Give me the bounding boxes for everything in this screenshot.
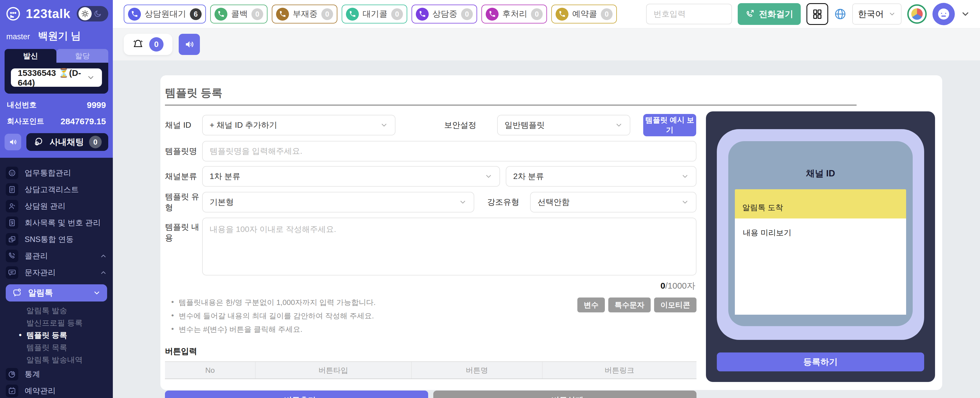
sidebar-item-sns-integration[interactable]: SNS통합 연동 [6,231,107,248]
notification-button[interactable]: 0 [124,34,172,55]
smiley-icon [6,167,18,179]
internal-chat-button[interactable]: 사내채팅 0 [26,133,108,151]
emphasis-type-select[interactable]: 선택안함 [530,192,697,212]
sidebar-item-agent-management[interactable]: 상담원 관리 [6,198,107,215]
phone-number-input[interactable] [646,4,732,24]
template-type-select[interactable]: 기본형 [202,192,474,212]
sidebar-item-statistics[interactable]: 통계 [6,366,107,382]
category2-select[interactable]: 2차 분류 [506,166,697,187]
status-pill-in-consult[interactable]: 상담중 0 [412,5,477,24]
moon-icon[interactable] [93,10,102,18]
calendar-icon [6,385,18,397]
sidebar-item-label: 콜관리 [25,251,48,261]
status-pill-agent-waiting[interactable]: 상담원대기 6 [124,5,206,24]
tab-assignment[interactable]: 할당 [56,49,108,63]
security-label: 보안설정 [444,120,486,131]
line-panel: 15336543 ⏳(D-644) [5,63,108,94]
preview-channel-title: 채널 ID [806,167,835,180]
phone-icon [6,250,18,262]
language-select[interactable]: 한국어 [852,3,902,25]
status-pill-callback[interactable]: 콜백 0 [210,5,267,24]
sidebar: 123talk master 백원기 님 발신 할당 [0,0,113,398]
chevron-up-icon [100,252,107,260]
sidebar-top: 123talk master 백원기 님 발신 할당 [0,0,113,158]
logo-mascot-icon [5,5,22,22]
status-count-badge: 0 [391,8,403,20]
status-pill-after-work[interactable]: 후처리 0 [481,5,547,24]
broadcast-sound-button[interactable] [179,34,200,55]
sidebar-item-label: 문자관리 [25,267,56,278]
chat-count-badge: 0 [89,136,102,148]
template-content-textarea[interactable] [202,218,697,275]
submenu-template-list[interactable]: 템플릿 목록 [26,341,107,353]
phone-icon [486,8,499,21]
sidebar-sound-button[interactable] [5,134,21,150]
sidebar-item-alimtalk[interactable]: 알림톡 [6,284,107,301]
status-pill-label: 대기콜 [363,8,388,20]
column-header-button-link: 버튼링크 [542,362,697,379]
channel-id-label: 채널 ID [165,120,202,131]
status-pill-waiting-call[interactable]: 대기콜 0 [342,5,407,24]
submenu-alimtalk-history[interactable]: 알림톡 발송내역 [26,353,107,366]
template-example-button[interactable]: 템플릿 예시 보기 [643,114,696,136]
template-notes: 템플릿내용은 한/영 구분없이 1,000자까지 입력 가능합니다. 변수에 들… [171,296,376,336]
template-name-label: 템플릿명 [165,146,202,157]
status-pill-label: 상담중 [433,8,457,20]
call-button[interactable]: 전화걸기 [738,3,801,25]
security-select[interactable]: 일반템플릿 [497,115,630,135]
phone-icon [215,8,228,21]
register-submit-button[interactable]: 등록하기 [717,352,924,371]
sun-icon[interactable] [78,7,92,20]
chevron-down-icon[interactable] [961,9,970,19]
button-input-table: No 버튼타입 버튼명 버튼링크 [165,361,697,379]
dialpad-grid-button[interactable] [807,3,828,25]
sidebar-item-reservation[interactable]: 예약관리 [6,382,107,398]
template-name-input[interactable] [202,141,697,161]
channel-id-select[interactable]: + 채널 ID 추가하기 [202,115,396,135]
channel-id-value: + 채널 ID 추가하기 [210,120,277,131]
category1-select[interactable]: 1차 분류 [202,166,500,187]
category1-value: 1차 분류 [210,171,240,182]
theme-toggle[interactable] [77,6,108,21]
insert-variable-button[interactable]: 변수 [578,298,605,312]
sidebar-item-label: 상담원 관리 [25,201,65,211]
insert-special-char-button[interactable]: 특수문자 [608,298,651,312]
column-header-button-name: 버튼명 [412,362,542,379]
submenu-template-register[interactable]: 템플릿 등록 [26,329,107,341]
user-name: 백원기 님 [38,29,81,43]
sidebar-item-customer-list[interactable]: 상담고객리스트 [6,181,107,198]
language-value: 한국어 [858,8,884,20]
sidebar-item-label: 알림톡 [28,287,53,299]
title-divider [165,105,857,105]
sidebar-item-sms-management[interactable]: 문자관리 [6,264,107,281]
phone-outgoing-icon [745,9,755,19]
bell-icon [133,39,143,50]
app-root: 123talk master 백원기 님 발신 할당 [0,0,980,398]
submenu-alimtalk-send[interactable]: 알림톡 발송 [26,304,107,317]
status-pill-missed[interactable]: 부재중 0 [272,5,337,24]
app-logo[interactable]: 123talk [5,5,70,22]
char-counter: 0/1000자 [165,280,695,292]
phone-frame: 채널 ID 알림톡 도착 내용 미리보기 [717,129,924,340]
status-pill-label: 상담원대기 [145,8,186,20]
status-pill-reserved-call[interactable]: 예약콜 0 [551,5,617,24]
emphasis-type-label: 강조유형 [487,197,520,208]
phone-icon [128,8,141,21]
status-count-badge: 0 [321,8,333,20]
insert-emoticon-button[interactable]: 이모티콘 [654,298,697,312]
sidebar-item-call-management[interactable]: 콜관리 [6,248,107,264]
sidebar-item-company-numbers[interactable]: 회사목록 및 번호 관리 [6,215,107,231]
add-button-row-button[interactable]: + 버튼추가 [165,390,428,398]
line-number-select[interactable]: 15336543 ⏳(D-644) [11,68,102,87]
button-input-title: 버튼입력 [165,346,697,357]
phone-icon [555,8,568,21]
remove-button-row-button[interactable]: - 버튼삭제 [433,390,697,398]
submenu-sender-profile[interactable]: 발신프로필 등록 [26,317,107,329]
stat-label: 내선번호 [7,100,37,110]
profile-avatar[interactable] [932,3,955,25]
status-count-badge: 0 [531,8,543,20]
tab-outbound[interactable]: 발신 [5,49,56,63]
template-content-label: 템플릿 내용 [165,221,202,244]
sidebar-item-work-management[interactable]: 업무통합관리 [6,165,107,181]
template-preview-panel: 채널 ID 알림톡 도착 내용 미리보기 등록하기 [706,111,935,382]
